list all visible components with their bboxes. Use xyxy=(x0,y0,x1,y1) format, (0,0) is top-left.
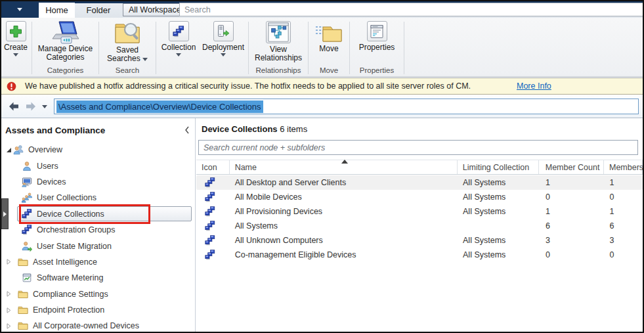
navigation-bar: \Assets and Compliance\Overview\Device C… xyxy=(1,95,643,118)
console-window: Home Folder All Workspaces Create Ma xyxy=(0,0,644,333)
column-header-member-count[interactable]: Member Count xyxy=(539,160,604,174)
address-text-selected: \Assets and Compliance\Overview\Device C… xyxy=(56,100,263,113)
results-pane: Device Collections 6 items Icon Name Lim… xyxy=(196,118,643,332)
column-header-members[interactable]: Members xyxy=(604,160,643,174)
ribbon-divider xyxy=(248,22,249,74)
workspace-search-box xyxy=(179,3,643,16)
ribbon-divider xyxy=(32,22,32,74)
expander-collapsed-icon[interactable] xyxy=(5,323,18,329)
deployment-button[interactable]: Deployment xyxy=(200,19,247,56)
ribbon-group-relationships: View Relationships Relationships xyxy=(250,19,307,76)
history-dropdown-icon[interactable] xyxy=(42,105,47,108)
chevron-down-icon xyxy=(13,53,18,56)
table-row[interactable]: All Unknown Computers All Systems 3 3 xyxy=(196,233,643,248)
ribbon-group-create: Create xyxy=(1,19,30,76)
collapse-pane-icon[interactable] xyxy=(184,126,190,134)
more-info-link[interactable]: More Info xyxy=(517,81,551,91)
tree-item-all-corporate-owned-devices[interactable]: All Corporate-owned Devices xyxy=(1,318,195,333)
tree-item-compliance-settings[interactable]: Compliance Settings xyxy=(1,286,195,302)
title-tab-strip: Home Folder All Workspaces xyxy=(1,1,643,18)
device-collection-icon xyxy=(173,26,184,37)
view-relationships-button[interactable]: View Relationships xyxy=(250,19,307,62)
table-header-row: Icon Name Limiting Collection Member Cou… xyxy=(196,160,643,175)
user-state-migration-icon xyxy=(22,241,32,252)
ribbon-divider xyxy=(349,22,350,74)
sort-ascending-icon xyxy=(341,160,348,164)
column-header-limiting-collection[interactable]: Limiting Collection xyxy=(458,160,539,174)
device-collection-icon xyxy=(205,221,215,231)
folder-icon xyxy=(18,305,28,315)
folder-icon xyxy=(18,289,28,300)
ribbon-group-properties: Properties Properties xyxy=(351,19,402,76)
properties-button[interactable]: Properties xyxy=(351,19,402,52)
device-icon xyxy=(22,177,32,187)
expander-collapsed-icon[interactable] xyxy=(5,307,18,313)
ribbon-group-search: Saved Searches Search xyxy=(100,19,154,76)
folder-icon xyxy=(18,321,28,331)
expander-expanded-icon[interactable] xyxy=(5,147,13,153)
laptop-tag-icon xyxy=(51,21,81,45)
chevron-down-icon xyxy=(221,53,226,56)
tree-item-overview[interactable]: Overview xyxy=(1,142,195,158)
folder-icon xyxy=(18,257,28,267)
device-collection-icon xyxy=(205,250,215,260)
workspace-search-input[interactable] xyxy=(180,3,643,16)
collection-button[interactable]: Collection xyxy=(158,19,200,56)
ribbon-divider xyxy=(404,22,404,74)
table-row[interactable]: All Systems 6 6 xyxy=(196,219,643,233)
application-menu-button[interactable] xyxy=(1,1,37,18)
move-folder-icon xyxy=(315,21,343,45)
tree-item-device-collections[interactable]: Device Collections xyxy=(1,206,195,222)
table-row[interactable]: Co-management Eligible Devices All Syste… xyxy=(196,248,643,262)
create-button[interactable]: Create xyxy=(1,19,30,56)
user-icon xyxy=(22,161,32,171)
orchestration-groups-icon xyxy=(22,225,32,235)
node-search-input[interactable] xyxy=(199,141,637,154)
table-row[interactable]: All Provisioning Devices All Systems 1 1 xyxy=(196,204,643,219)
ribbon-group-categories: Manage Device Categories Categories xyxy=(33,19,97,76)
ribbon-divider xyxy=(98,22,99,74)
manage-device-categories-button[interactable]: Manage Device Categories xyxy=(33,19,97,62)
saved-searches-button[interactable]: Saved Searches xyxy=(100,19,154,63)
tree-item-orchestration-groups[interactable]: Orchestration Groups xyxy=(1,222,195,238)
ribbon: Create Manage Device Categories Categori… xyxy=(1,18,643,77)
ribbon-divider xyxy=(308,22,309,74)
tree-item-users[interactable]: Users xyxy=(1,158,195,173)
node-search-box xyxy=(198,140,638,155)
move-button[interactable]: Move xyxy=(310,19,348,53)
navigation-tree: Overview Users Devices User Collections xyxy=(1,142,195,332)
tree-item-devices[interactable]: Devices xyxy=(1,174,195,190)
server-deploy-icon xyxy=(216,24,230,39)
column-header-icon[interactable]: Icon xyxy=(196,160,230,174)
table-row[interactable]: All Desktop and Server Clients All Syste… xyxy=(196,175,643,190)
create-plus-icon xyxy=(9,24,23,39)
tree-item-software-metering[interactable]: Software Metering xyxy=(1,270,195,286)
collection-list: All Desktop and Server Clients All Syste… xyxy=(196,175,643,332)
tab-home[interactable]: Home xyxy=(39,3,75,18)
table-row[interactable]: All Mobile Devices All Systems 0 0 xyxy=(196,190,643,204)
forward-button[interactable] xyxy=(24,100,37,113)
device-collection-icon xyxy=(205,235,215,246)
tree-item-endpoint-protection[interactable]: Endpoint Protection xyxy=(1,302,195,318)
pane-splitter-handle[interactable] xyxy=(1,198,9,229)
device-collection-icon xyxy=(205,206,215,217)
expander-collapsed-icon[interactable] xyxy=(5,291,18,297)
notification-message: We have published a hotfix addressing a … xyxy=(25,81,471,91)
address-bar[interactable]: \Assets and Compliance\Overview\Device C… xyxy=(54,99,639,114)
tree-item-asset-intelligence[interactable]: Asset Intelligence xyxy=(1,254,195,270)
properties-window-icon xyxy=(370,24,384,39)
critical-error-icon xyxy=(7,81,16,91)
expand-arrow-icon xyxy=(3,211,7,217)
back-button[interactable] xyxy=(7,100,20,113)
expander-collapsed-icon[interactable] xyxy=(5,259,18,265)
device-collection-icon xyxy=(205,192,215,202)
page-title: Device Collections 6 items xyxy=(202,124,307,134)
tree-item-user-state-migration[interactable]: User State Migration xyxy=(1,238,195,254)
ribbon-group-move: Move Move xyxy=(310,19,348,76)
software-metering-icon xyxy=(22,273,32,283)
ribbon-group-collection-deployment: Collection Deployment xyxy=(158,19,247,76)
navigation-pane-header: Assets and Compliance xyxy=(1,118,195,142)
main-area: Assets and Compliance Overview Users xyxy=(1,118,643,332)
red-annotation-box xyxy=(19,204,150,224)
tab-folder[interactable]: Folder xyxy=(79,3,118,18)
